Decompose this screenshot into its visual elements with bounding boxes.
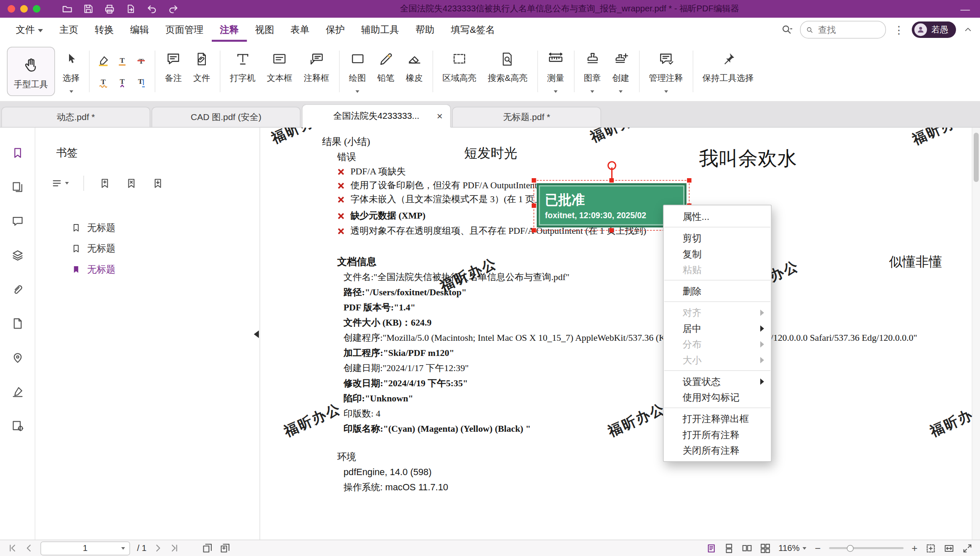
menu-view[interactable]: 视图 xyxy=(247,18,282,42)
save-icon[interactable] xyxy=(83,4,93,14)
facing-view-icon[interactable] xyxy=(742,543,752,553)
search-replace-icon[interactable] xyxy=(781,24,793,35)
stamp-tool-button[interactable]: 图章 xyxy=(578,42,607,101)
context-menu-item-close-all-comments[interactable]: 关闭所有注释 xyxy=(664,442,771,458)
strikeout-text-icon[interactable]: T xyxy=(133,52,149,70)
textbox-tool-button[interactable]: 文本框 xyxy=(261,42,298,101)
context-menu-item-open-all-comments[interactable]: 打开所有注释 xyxy=(664,427,771,443)
manage-comments-tool-button[interactable]: 管理注释 xyxy=(643,42,689,101)
attachments-panel-icon[interactable] xyxy=(11,283,24,296)
user-account-button[interactable]: 若愚 xyxy=(912,21,956,38)
comments-panel-icon[interactable] xyxy=(11,215,24,227)
context-menu-item-delete[interactable]: 删除 xyxy=(664,283,771,299)
find-search-box[interactable] xyxy=(800,21,886,39)
resize-handle[interactable] xyxy=(610,228,614,233)
callout-tool-button[interactable]: 注释框 xyxy=(298,42,335,101)
replace-text-icon[interactable]: T xyxy=(133,74,149,91)
keep-tool-selected-button[interactable]: 保持工具选择 xyxy=(697,42,759,101)
typewriter-tool-button[interactable]: 打字机 xyxy=(224,42,261,101)
destinations-panel-icon[interactable] xyxy=(11,351,24,364)
vertical-scrollbar[interactable] xyxy=(972,128,980,540)
redo-icon[interactable] xyxy=(168,3,179,14)
menu-comment[interactable]: 注释 xyxy=(212,18,247,42)
single-page-view-icon[interactable] xyxy=(706,543,716,553)
open-file-icon[interactable] xyxy=(62,3,73,14)
squiggly-underline-icon[interactable]: T xyxy=(96,74,112,91)
file-attachment-tool-button[interactable]: 文件 xyxy=(188,42,216,101)
fit-width-icon[interactable] xyxy=(944,543,954,553)
collapse-panel-button[interactable] xyxy=(252,325,261,344)
continuous-view-icon[interactable] xyxy=(724,543,734,553)
search-input[interactable] xyxy=(817,24,880,35)
delete-bookmark-icon[interactable] xyxy=(125,177,137,190)
signature-panel-icon[interactable] xyxy=(11,385,24,398)
tab-untitled[interactable]: 无标题.pdf * xyxy=(452,107,601,128)
scrollbar-thumb[interactable] xyxy=(974,133,979,182)
layers-panel-icon[interactable] xyxy=(11,249,24,262)
zoom-level-dropdown[interactable]: 116% xyxy=(778,543,807,553)
area-highlight-tool-button[interactable]: 区域高亮 xyxy=(437,42,482,101)
measure-tool-button[interactable]: 测量 xyxy=(541,42,570,101)
bookmark-item[interactable]: 无标题 xyxy=(35,217,260,238)
close-tab-icon[interactable]: × xyxy=(437,110,442,122)
expand-bookmark-icon[interactable] xyxy=(152,177,164,190)
zoom-out-button[interactable]: − xyxy=(815,543,820,553)
highlight-text-icon[interactable] xyxy=(96,52,112,70)
menu-edit[interactable]: 编辑 xyxy=(122,18,157,42)
menu-page-management[interactable]: 页面管理 xyxy=(157,18,212,42)
fullscreen-icon[interactable] xyxy=(962,543,972,553)
clipboard-pages-icon[interactable] xyxy=(220,543,231,554)
resize-handle[interactable] xyxy=(532,203,536,208)
page-thumbnails-panel-icon[interactable] xyxy=(11,181,24,193)
first-page-icon[interactable] xyxy=(8,543,17,553)
eraser-tool-button[interactable]: 橡皮 xyxy=(400,42,429,101)
resize-handle[interactable] xyxy=(532,228,536,233)
select-tool-button[interactable]: 选择 xyxy=(57,42,85,101)
resize-handle[interactable] xyxy=(532,178,536,183)
minimize-window-button[interactable] xyxy=(20,5,28,13)
bookmark-item-selected[interactable]: 无标题 xyxy=(35,259,260,280)
context-menu-item-checkmark[interactable]: 使用对勾标记 xyxy=(664,389,771,405)
previous-page-icon[interactable] xyxy=(24,543,34,553)
menu-help[interactable]: 帮助 xyxy=(407,18,443,42)
context-menu-item-set-status[interactable]: 设置状态 xyxy=(664,374,771,390)
context-menu-item-cut[interactable]: 剪切 xyxy=(664,230,771,246)
menu-protect[interactable]: 保护 xyxy=(318,18,353,42)
drawing-tool-button[interactable]: 绘图 xyxy=(343,42,372,101)
last-page-icon[interactable] xyxy=(170,543,180,553)
tab-active-report[interactable]: 全国法院失4233333... × xyxy=(302,104,451,128)
next-page-icon[interactable] xyxy=(154,543,163,553)
hand-tool-button[interactable]: 手型工具 xyxy=(7,47,55,96)
undo-icon[interactable] xyxy=(146,3,157,14)
continuous-facing-view-icon[interactable] xyxy=(760,543,770,553)
context-menu-item-properties[interactable]: 属性... xyxy=(664,208,771,225)
close-window-button[interactable] xyxy=(8,5,15,13)
note-tool-button[interactable]: 备注 xyxy=(159,42,188,101)
fields-panel-icon[interactable] xyxy=(11,420,24,432)
zoom-slider-thumb[interactable] xyxy=(847,545,854,552)
tab-dongtai[interactable]: 动态.pdf * xyxy=(1,107,150,128)
insert-text-icon[interactable]: T xyxy=(115,74,130,91)
zoom-in-button[interactable]: + xyxy=(911,543,917,553)
page-number-box[interactable]: 1 xyxy=(40,541,130,555)
context-menu-item-open-popup[interactable]: 打开注释弹出框 xyxy=(664,411,771,427)
snapshot-icon[interactable] xyxy=(202,543,213,554)
collapse-ribbon-icon[interactable] xyxy=(964,25,972,34)
minimize-ribbon-dash[interactable]: — xyxy=(961,3,970,14)
fit-page-icon[interactable] xyxy=(926,543,936,553)
add-bookmark-icon[interactable] xyxy=(99,177,111,190)
context-menu-item-copy[interactable]: 复制 xyxy=(664,246,771,262)
tab-cad[interactable]: CAD 图.pdf (安全) xyxy=(152,107,301,128)
articles-panel-icon[interactable] xyxy=(11,317,24,330)
underline-text-icon[interactable]: T xyxy=(115,52,130,70)
create-stamp-tool-button[interactable]: 创建 xyxy=(607,42,635,101)
bookmarks-panel-icon[interactable] xyxy=(11,147,24,159)
export-icon[interactable] xyxy=(126,4,136,14)
menu-convert[interactable]: 转换 xyxy=(87,18,122,42)
menu-accessibility[interactable]: 辅助工具 xyxy=(353,18,407,42)
bookmark-item[interactable]: 无标题 xyxy=(35,238,260,259)
menu-fill-sign[interactable]: 填写&签名 xyxy=(443,18,503,42)
bookmark-options-menu-icon[interactable] xyxy=(51,178,69,189)
menu-file[interactable]: 文件 xyxy=(8,18,51,42)
menu-home[interactable]: 主页 xyxy=(51,18,87,42)
